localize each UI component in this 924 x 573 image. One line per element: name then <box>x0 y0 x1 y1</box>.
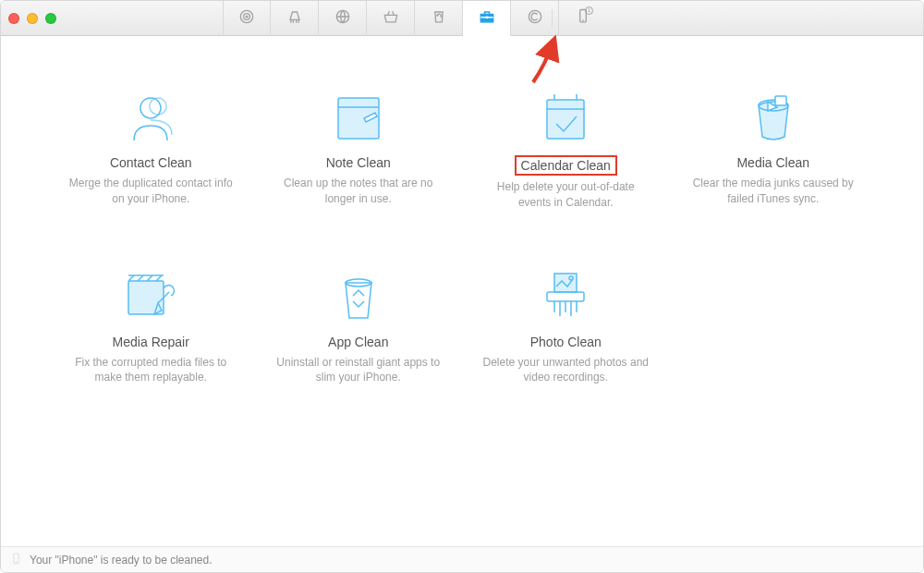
app-trash-icon <box>326 266 391 323</box>
device-icon: 1 <box>574 7 592 30</box>
tile-title: App Clean <box>328 335 388 349</box>
statusbar: Your "iPhone" is ready to be cleaned. <box>1 546 923 572</box>
tile-desc: Help delete your out-of-date events in C… <box>482 179 649 211</box>
tile-title: Media Clean <box>736 155 809 170</box>
content-area: Contact Clean Merge the duplicated conta… <box>1 36 923 546</box>
svg-rect-15 <box>554 274 577 292</box>
contacts-icon <box>118 87 183 144</box>
svg-point-2 <box>246 16 248 18</box>
tile-title: Note Clean <box>326 155 391 170</box>
globe-icon <box>334 7 352 30</box>
tile-title: Calendar Clean <box>521 158 611 173</box>
tile-title: Media Repair <box>113 335 189 349</box>
svg-rect-5 <box>485 16 488 18</box>
shredder-icon <box>533 266 598 323</box>
close-window-button[interactable] <box>8 13 19 24</box>
svg-rect-10 <box>547 100 584 139</box>
tile-contact-clean[interactable]: Contact Clean Merge the duplicated conta… <box>56 87 246 211</box>
tile-desc: Delete your unwanted photos and video re… <box>482 355 649 386</box>
tab-device[interactable]: 1 <box>559 1 607 36</box>
tile-desc: Fix the corrupted media files to make th… <box>67 355 234 386</box>
status-text: Your "iPhone" is ready to be cleaned. <box>30 554 213 567</box>
svg-rect-12 <box>775 96 786 105</box>
tile-note-clean[interactable]: Note Clean Clean up the notes that are n… <box>264 87 454 211</box>
repair-icon <box>118 266 183 323</box>
tab-basket[interactable] <box>367 1 415 36</box>
tile-title: Photo Clean <box>530 335 602 349</box>
target-icon <box>237 7 256 30</box>
tile-desc: Clean up the notes that are no longer in… <box>275 176 442 207</box>
tab-toolbox-active[interactable] <box>463 1 511 36</box>
tile-desc: Clear the media junks caused by failed i… <box>690 176 857 207</box>
tile-photo-clean[interactable]: Photo Clean Delete your unwanted photos … <box>471 266 661 386</box>
maximize-window-button[interactable] <box>45 13 56 24</box>
tab-clean[interactable] <box>271 1 319 36</box>
tile-desc: Uninstall or reinstall giant apps to sli… <box>275 355 442 386</box>
highlight-annotation: Calendar Clean <box>515 155 617 176</box>
tab-target[interactable] <box>223 1 271 36</box>
tile-app-clean[interactable]: App Clean Uninstall or reinstall giant a… <box>264 266 454 386</box>
media-bucket-icon <box>741 87 806 144</box>
tile-calendar-clean[interactable]: Calendar Clean Help delete your out-of-d… <box>471 87 661 211</box>
toolbox-icon <box>478 7 496 30</box>
phone-icon <box>10 551 22 569</box>
badge-c-icon <box>526 7 544 30</box>
tile-media-repair[interactable]: Media Repair Fix the corrupted media fil… <box>56 266 246 386</box>
titlebar: 1 <box>1 1 923 36</box>
tile-title: Contact Clean <box>110 155 192 170</box>
tab-globe[interactable] <box>319 1 367 36</box>
tile-media-clean[interactable]: Media Clean Clear the media junks caused… <box>679 87 869 211</box>
broom-icon <box>286 7 304 30</box>
minimize-window-button[interactable] <box>27 13 38 24</box>
toolbar-tabs: 1 <box>223 1 607 36</box>
tab-recycle[interactable] <box>415 1 463 36</box>
basket-icon <box>382 7 400 30</box>
recycle-icon <box>430 7 448 30</box>
traffic-lights <box>8 13 56 24</box>
svg-rect-13 <box>128 281 164 314</box>
svg-rect-17 <box>547 292 584 301</box>
tool-grid: Contact Clean Merge the duplicated conta… <box>56 87 868 385</box>
calendar-icon <box>533 87 598 144</box>
note-icon <box>326 87 391 144</box>
tile-desc: Merge the duplicated contact info on you… <box>67 176 234 207</box>
